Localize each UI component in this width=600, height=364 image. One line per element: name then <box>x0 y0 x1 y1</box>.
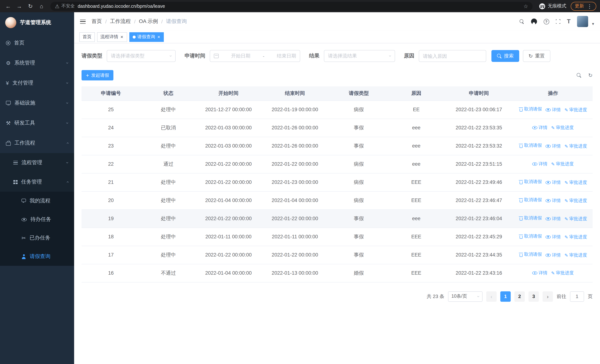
goto-page-input[interactable] <box>570 291 584 301</box>
create-leave-button[interactable]: + 发起请假 <box>82 70 113 80</box>
fullscreen-icon[interactable] <box>556 19 560 24</box>
page-size-select[interactable]: 10条/页 › <box>448 291 483 301</box>
address-bar[interactable]: ⚠ 不安全 dashboard.yudao.iocoder.cn/bpm/oa/… <box>50 2 533 10</box>
close-tab-icon[interactable]: × <box>157 35 160 39</box>
browser-back-icon[interactable]: ← <box>4 2 13 10</box>
bookmark-star-icon[interactable]: ☆ <box>524 3 528 9</box>
detail-link[interactable]: 详情 <box>545 252 561 258</box>
sidebar-item-infrastructure[interactable]: 基础设施› <box>0 93 74 113</box>
approval-progress-link[interactable]: ✎审批进度 <box>564 252 587 258</box>
prev-page-button[interactable]: ‹ <box>486 291 497 301</box>
refresh-table-icon[interactable]: ↻ <box>588 73 593 78</box>
detail-link[interactable]: 详情 <box>545 143 561 149</box>
detail-link[interactable]: 详情 <box>545 107 561 113</box>
toggle-search-icon[interactable] <box>577 73 582 78</box>
user-avatar[interactable] <box>577 16 588 27</box>
sidebar-item-my-process[interactable]: 我的流程 <box>0 192 74 210</box>
approval-progress-link[interactable]: ✎审批进度 <box>551 125 574 131</box>
cell-type: 病假 <box>329 155 388 173</box>
view-tab-2[interactable]: 流程详情× <box>97 32 127 42</box>
sidebar-item-todo-tasks[interactable]: 待办任务 <box>0 210 74 229</box>
reset-button[interactable]: ↻ 重置 <box>523 50 550 62</box>
page-size-value: 10条/页 <box>451 293 478 299</box>
cell-id: 21 <box>82 173 140 191</box>
cancel-leave-link[interactable]: 取消请假 <box>519 106 542 112</box>
breadcrumb-item[interactable]: OA 示例 <box>139 18 158 25</box>
next-page-button[interactable]: › <box>543 291 553 301</box>
search-button[interactable]: 搜索 <box>491 50 519 62</box>
cancel-leave-link[interactable]: 取消请假 <box>519 142 542 149</box>
cancel-leave-link[interactable]: 取消请假 <box>519 251 542 258</box>
breadcrumb-item[interactable]: 工作流程 <box>110 18 131 25</box>
approval-progress-link[interactable]: ✎审批进度 <box>564 179 587 186</box>
browser-menu-icon[interactable]: ⋮ <box>587 3 592 9</box>
page-button-3[interactable]: 3 <box>528 291 539 301</box>
close-tab-icon[interactable]: × <box>120 35 124 39</box>
page-button-1[interactable]: 1 <box>500 291 511 301</box>
approval-progress-link[interactable]: ✎审批进度 <box>564 107 587 113</box>
sidebar-collapse-icon[interactable] <box>80 19 86 24</box>
table-row[interactable]: 21处理中2022-01-22 00:00:002022-01-23 00:00… <box>82 173 593 191</box>
browser-home-icon[interactable]: ⌂ <box>37 2 46 10</box>
cell-id: 19 <box>82 209 140 228</box>
cell-ops: 取消请假详情✎审批进度 <box>513 228 593 246</box>
browser-update-menu[interactable]: 更新 ⋮ <box>571 2 596 10</box>
sidebar-item-payment-mgmt[interactable]: ¥支付管理› <box>0 73 74 93</box>
detail-link[interactable]: 详情 <box>545 215 561 222</box>
table-row[interactable]: 22通过2022-01-22 00:00:002022-01-22 00:00:… <box>82 155 593 173</box>
table-row[interactable]: 18处理中2022-01-11 00:00:002022-01-11 00:00… <box>82 228 593 246</box>
cancel-leave-link[interactable]: 取消请假 <box>519 197 542 203</box>
sidebar-item-task-mgmt[interactable]: 任务管理› <box>0 172 74 192</box>
sidebar-item-workflow[interactable]: 工作流程› <box>0 133 74 153</box>
logo[interactable]: 芋道管理系统 <box>0 12 74 33</box>
sidebar-item-leave-query[interactable]: 请假查询 <box>0 247 74 266</box>
search-icon[interactable] <box>519 19 524 24</box>
url-text[interactable]: dashboard.yudao.iocoder.cn/bpm/oa/leave <box>78 3 521 9</box>
table-row[interactable]: 25处理中2021-12-27 00:00:002022-01-19 00:00… <box>82 101 593 119</box>
approval-progress-link[interactable]: ✎审批进度 <box>551 161 574 167</box>
sidebar-item-dev-tools[interactable]: ⚒研发工具› <box>0 113 74 133</box>
sidebar-item-label: 任务管理 <box>21 179 42 185</box>
result-select[interactable]: 请选择流结果 › <box>324 50 395 62</box>
pen-icon: ✎ <box>564 180 568 185</box>
table-row[interactable]: 16不通过2022-01-04 00:00:002022-01-13 00:00… <box>82 264 593 282</box>
approval-progress-link[interactable]: ✎审批进度 <box>564 216 587 222</box>
detail-link[interactable]: 详情 <box>532 161 547 167</box>
browser-forward-icon[interactable]: → <box>15 2 24 10</box>
approval-progress-link[interactable]: ✎审批进度 <box>564 234 587 240</box>
sidebar-item-done-tasks[interactable]: ✂已办任务 <box>0 229 74 247</box>
cancel-leave-link[interactable]: 取消请假 <box>519 179 542 185</box>
github-icon[interactable] <box>531 19 537 24</box>
reason-input[interactable] <box>419 50 486 62</box>
detail-link[interactable]: 详情 <box>545 234 561 240</box>
page-button-2[interactable]: 2 <box>514 291 525 301</box>
approval-progress-link[interactable]: ✎审批进度 <box>551 270 574 276</box>
leave-type-select[interactable]: 请选择请假类型 › <box>107 50 176 62</box>
sidebar-item-home[interactable]: 首页 <box>0 33 74 53</box>
view-tab-1[interactable]: 首页 <box>79 32 95 42</box>
help-icon[interactable] <box>544 19 549 24</box>
cancel-leave-link[interactable]: 取消请假 <box>519 215 542 221</box>
browser-reload-icon[interactable]: ↻ <box>26 2 35 10</box>
approval-progress-link[interactable]: ✎审批进度 <box>564 197 587 204</box>
detail-link[interactable]: 详情 <box>545 179 561 186</box>
table-row[interactable]: 19处理中2022-01-22 00:00:002022-01-22 00:00… <box>82 209 593 228</box>
security-warning[interactable]: ⚠ 不安全 <box>55 3 75 9</box>
table-row[interactable]: 23处理中2022-01-03 00:00:002022-01-26 00:00… <box>82 137 593 155</box>
detail-link[interactable]: 详情 <box>532 270 547 276</box>
cancel-leave-link[interactable]: 取消请假 <box>519 233 542 239</box>
table-row[interactable]: 20处理中2022-01-04 00:00:002022-01-04 00:00… <box>82 191 593 209</box>
sidebar-item-system-mgmt[interactable]: ⚙系统管理› <box>0 53 74 73</box>
font-size-icon[interactable]: T <box>567 18 571 25</box>
sidebar-item-process-mgmt[interactable]: 流程管理› <box>0 153 74 172</box>
apply-time-range-picker[interactable]: 开始日期 - 结束日期 <box>210 50 300 62</box>
chevron-down-icon[interactable]: ▾ <box>592 21 594 27</box>
breadcrumb-item[interactable]: 首页 <box>92 18 102 25</box>
table-row[interactable]: 24已取消2022-01-03 00:00:002022-01-26 00:00… <box>82 119 593 137</box>
sidebar-item-label: 待办任务 <box>30 216 51 223</box>
detail-link[interactable]: 详情 <box>532 125 547 131</box>
view-tab-3[interactable]: 请假查询× <box>129 32 164 42</box>
detail-link[interactable]: 详情 <box>545 197 561 204</box>
approval-progress-link[interactable]: ✎审批进度 <box>564 143 587 149</box>
table-row[interactable]: 17处理中2022-01-22 00:00:002022-01-22 00:00… <box>82 246 593 264</box>
